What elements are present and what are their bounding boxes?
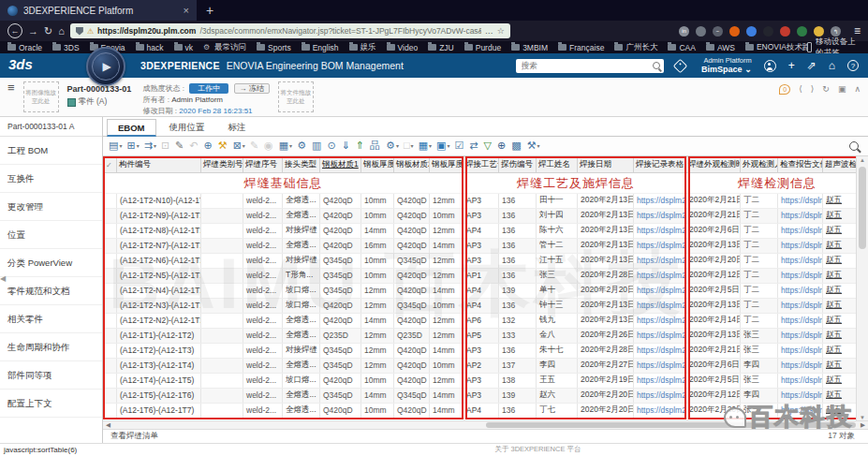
cell-select[interactable]: [104, 223, 117, 238]
view-mode-icon[interactable]: ▤ ▾: [109, 140, 122, 151]
table-row[interactable]: (A12-1T2-N4)-(A12-1T2-N1) weld-2... 坡口熔.…: [104, 283, 857, 298]
cell-ultrasonic-person[interactable]: 赵五: [823, 238, 857, 253]
forward-button[interactable]: →: [28, 26, 38, 37]
reload-button[interactable]: ↻: [44, 26, 52, 37]
sidebar-item[interactable]: 生命周期和协作: [0, 333, 102, 361]
upload-icon[interactable]: ⇑: [356, 140, 365, 151]
extension-icon[interactable]: [696, 26, 706, 37]
table-row[interactable]: (A12-1T2-N8)-(A12-1T2-N1) weld-2... 对接焊缝…: [104, 223, 857, 238]
col-weld-record[interactable]: 焊接记录表格: [634, 156, 686, 172]
bookmark-item[interactable]: ZJU: [428, 43, 454, 52]
globe-icon[interactable]: ⊕: [497, 140, 507, 151]
cell-ultrasonic-person[interactable]: 赵五: [823, 223, 857, 238]
bookmark-item[interactable]: Sports: [257, 43, 291, 52]
horizontal-scrollbar[interactable]: ◀ ▶: [103, 420, 868, 430]
bookmark-item[interactable]: English: [302, 43, 339, 52]
extension-icon[interactable]: [814, 26, 824, 37]
home-button[interactable]: ⌂: [58, 26, 65, 37]
bookmark-item[interactable]: 广州长大: [614, 42, 657, 53]
bookmark-item[interactable]: hack: [136, 43, 164, 52]
promote-button[interactable]: → 冻结: [234, 83, 270, 94]
col-visual-time[interactable]: 焊缝外观检测时: [686, 156, 741, 172]
cell-select[interactable]: [104, 373, 117, 388]
cell-select[interactable]: [104, 403, 117, 418]
table-row[interactable]: (A12-1T2-N10)-(A12-1T2-N1) weld-2... 全熔透…: [104, 193, 857, 208]
table-row[interactable]: (A12-1T2)-(A12-1T3) weld-2... 对接焊缝 Q345q…: [104, 343, 857, 358]
tracking-shield-icon[interactable]: [76, 27, 83, 36]
current-state-button[interactable]: 工作中: [189, 83, 228, 94]
table-row[interactable]: (A12-1T2-N2)-(A12-1T2-N1) weld-2... 全熔透.…: [104, 313, 857, 328]
col-material-1[interactable]: 钢板材质1: [320, 156, 361, 172]
cell-weld-record-link[interactable]: https://dsplm2...: [634, 358, 686, 373]
horizontal-scroll-thumb[interactable]: [486, 422, 857, 428]
view-weld-list-link[interactable]: 查看焊缝清单: [110, 431, 158, 442]
bookmark-star-icon[interactable]: ☆: [497, 26, 505, 36]
cell-report-link[interactable]: https://dsplm...: [778, 328, 823, 343]
extension-icon[interactable]: ↰: [831, 26, 841, 37]
next-icon[interactable]: ⟩: [811, 84, 815, 94]
tab-where-used[interactable]: 使用位置: [159, 119, 215, 136]
hamburger-icon[interactable]: ≡: [7, 81, 15, 116]
cell-ultrasonic-person[interactable]: 赵五: [823, 283, 857, 298]
url-bar[interactable]: ⚠ https://dsplm20u.plm.com /3dspace/comm…: [70, 23, 510, 38]
sidebar-item[interactable]: 相关零件: [0, 305, 102, 333]
bookmark-item[interactable]: 3MBIM: [511, 43, 548, 52]
table-row[interactable]: (A12-1T4)-(A12-1T5) weld-2... 坡口熔... Q42…: [104, 373, 857, 388]
table-edit-icon[interactable]: ▦ ▾: [419, 140, 432, 151]
cell-ultrasonic-person[interactable]: 赵五: [823, 373, 857, 388]
cell-ultrasonic-person[interactable]: 赵五: [823, 313, 857, 328]
col-ultrasonic[interactable]: 超声波检测: [823, 156, 857, 172]
extension-icon[interactable]: in: [679, 26, 689, 37]
cell-report-link[interactable]: https://dsplm...: [778, 223, 823, 238]
col-joint-type[interactable]: 接头类型: [283, 156, 320, 172]
sidebar-item[interactable]: 零件规范和文档: [0, 277, 102, 305]
cell-select[interactable]: [104, 208, 117, 223]
sidebar-item[interactable]: 工程 BOM: [0, 137, 102, 165]
preview-icon[interactable]: ◉: [264, 140, 274, 151]
col-flaw-number[interactable]: 探伤编号: [499, 156, 537, 172]
scroll-left-icon[interactable]: ◀: [103, 421, 113, 429]
grid-selection-icon[interactable]: ▩: [511, 140, 522, 151]
scroll-up-icon[interactable]: ▲: [857, 157, 868, 163]
insert-item-icon[interactable]: ⊞ ▾: [126, 140, 139, 151]
bookmark-item[interactable]: ENOVIA技术路线: [745, 42, 807, 53]
cell-weld-record-link[interactable]: https://dsplm2...: [634, 238, 686, 253]
cell-weld-record-link[interactable]: https://dsplm2...: [634, 223, 686, 238]
table-row[interactable]: (A12-1T6)-(A12-1T7) weld-2... 全熔透... Q42…: [104, 403, 857, 418]
tools-icon[interactable]: ⚒ ▾: [527, 140, 540, 151]
col-weld-seq[interactable]: 焊缝序号: [243, 156, 283, 172]
cell-weld-record-link[interactable]: https://dsplm2...: [634, 343, 686, 358]
col-report-file[interactable]: 检查报告文件: [778, 156, 823, 172]
share-icon[interactable]: ⊕: [204, 140, 213, 151]
cell-report-link[interactable]: https://dsplm...: [778, 403, 823, 418]
cell-report-link[interactable]: https://dsplm...: [778, 298, 823, 313]
user-avatar-icon[interactable]: [764, 60, 776, 72]
sidebar-item[interactable]: 位置: [0, 221, 102, 249]
cell-report-link[interactable]: https://dsplm...: [778, 358, 823, 373]
cell-weld-record-link[interactable]: https://dsplm2...: [634, 208, 686, 223]
export-icon[interactable]: ⊠ ▾: [233, 140, 245, 151]
filter-icon[interactable]: ▽: [484, 140, 493, 151]
cell-weld-record-link[interactable]: https://dsplm2...: [634, 283, 686, 298]
search-input[interactable]: [520, 60, 649, 71]
extension-icon[interactable]: [729, 26, 740, 37]
table-row[interactable]: (A12-1T2-N7)-(A12-1T2-N1) weld-2... 全熔透.…: [104, 238, 857, 253]
sidebar-item[interactable]: 部件同等项: [0, 361, 102, 390]
global-search[interactable]: [516, 59, 664, 73]
gear-menu-icon[interactable]: ⚙ ▾: [386, 140, 399, 151]
file-drop-zone[interactable]: 将文件拖放至此处: [278, 81, 314, 112]
sidebar-item[interactable]: 分类 PowerView: [0, 249, 102, 277]
bookmark-item[interactable]: AWS: [706, 43, 735, 52]
extension-icon[interactable]: −: [713, 26, 723, 37]
chart-icon[interactable]: ▥: [312, 140, 322, 151]
comments-icon[interactable]: 0: [779, 84, 790, 95]
table-row[interactable]: (A12-1T2-N3)-(A12-1T2-N1) weld-2... 坡口熔.…: [104, 298, 857, 313]
cell-report-link[interactable]: https://dsplm...: [778, 343, 823, 358]
vertical-scroll-thumb[interactable]: [859, 167, 866, 249]
table-row[interactable]: (A12-1T2-N5)-(A12-1T2-N1) weld-2... T形角.…: [104, 268, 857, 283]
cell-report-link[interactable]: https://dsplm...: [778, 268, 823, 283]
copy-table-icon[interactable]: ▦ ▾: [279, 140, 292, 151]
cell-report-link[interactable]: https://dsplm...: [778, 238, 823, 253]
highlight-icon[interactable]: ✎: [250, 140, 259, 151]
sidebar-collapse-icon[interactable]: ◀: [0, 274, 6, 283]
